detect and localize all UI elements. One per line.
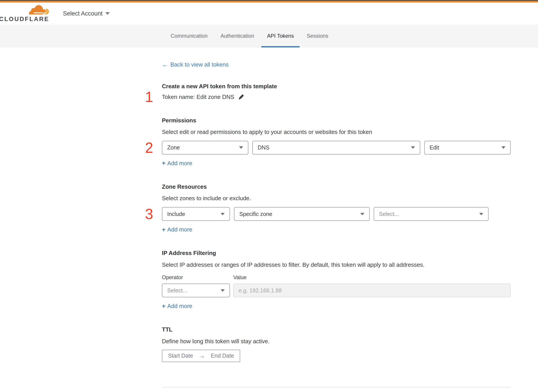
step-number-3: 3	[145, 207, 153, 221]
operator-label: Operator	[162, 274, 233, 280]
ip-filtering-heading: IP Address Filtering	[162, 249, 511, 257]
chevron-down-icon	[501, 146, 505, 149]
profile-tabbar: Communication Authentication API Tokens …	[0, 25, 538, 47]
zone-resources-add-more-link[interactable]: + Add more	[162, 226, 192, 233]
plus-icon: +	[162, 303, 165, 309]
chevron-down-icon	[221, 289, 225, 292]
ip-operator-dropdown[interactable]: Select...	[162, 284, 230, 297]
brand-orange-bar	[0, 1, 538, 2]
permission-level-dropdown[interactable]: Edit	[424, 141, 511, 154]
permissions-description: Select edit or read permissions to apply…	[162, 128, 511, 136]
step-number-2: 2	[145, 140, 153, 155]
permissions-row: 2 Zone DNS Edit	[162, 141, 511, 154]
header: CLOUDFLARE Select Account	[0, 2, 538, 25]
chevron-down-icon	[105, 12, 110, 15]
chevron-down-icon	[221, 213, 225, 215]
permissions-section: Permissions Select edit or read permissi…	[162, 117, 511, 167]
ip-filtering-row: Select...	[162, 284, 511, 297]
token-name-text: Token name: Edit zone DNS	[162, 93, 234, 100]
end-date-label: End Date	[211, 353, 234, 359]
ttl-heading: TTL	[162, 326, 511, 333]
permissions-heading: Permissions	[162, 117, 511, 124]
zone-resources-heading: Zone Resources	[162, 183, 511, 191]
ip-filtering-add-more-link[interactable]: + Add more	[162, 303, 192, 309]
create-token-heading: Create a new API token from this templat…	[162, 83, 511, 90]
tab-authentication[interactable]: Authentication	[220, 25, 254, 47]
zone-select-dropdown[interactable]: Select...	[374, 207, 489, 221]
zone-type-dropdown[interactable]: Specific zone	[234, 207, 370, 221]
token-name-row: 1 Token name: Edit zone DNS	[162, 93, 511, 100]
permission-scope-dropdown[interactable]: Zone	[162, 141, 248, 154]
ip-filtering-section: IP Address Filtering Select IP addresses…	[162, 249, 511, 309]
main-content: ← Back to view all tokens Create a new A…	[162, 47, 511, 392]
ip-value-input[interactable]	[233, 284, 511, 297]
back-link-label: Back to view all tokens	[170, 61, 229, 68]
chevron-down-icon	[479, 213, 483, 215]
chevron-down-icon	[411, 146, 415, 149]
account-selector[interactable]: Select Account	[63, 10, 110, 17]
zone-resources-row: 3 Include Specific zone Select...	[162, 207, 511, 221]
edit-pencil-icon[interactable]	[238, 93, 245, 100]
zone-resources-description: Select zones to include or exclude.	[162, 195, 511, 202]
step-number-1: 1	[145, 89, 153, 104]
ip-filtering-labels: Operator Value	[162, 274, 511, 280]
plus-icon: +	[162, 227, 165, 233]
tab-communication[interactable]: Communication	[171, 25, 208, 47]
permission-group-dropdown[interactable]: DNS	[252, 141, 420, 154]
permissions-add-more-link[interactable]: + Add more	[162, 160, 192, 167]
arrow-right-icon: →	[199, 352, 205, 359]
value-label: Value	[233, 274, 247, 280]
tab-sessions[interactable]: Sessions	[307, 25, 328, 47]
tab-api-tokens[interactable]: API Tokens	[267, 25, 294, 47]
plus-icon: +	[162, 160, 165, 166]
footer-divider	[162, 387, 511, 387]
chevron-down-icon	[239, 146, 243, 149]
back-arrow-icon: ←	[162, 62, 168, 68]
zone-resources-section: Zone Resources Select zones to include o…	[162, 183, 511, 233]
back-to-tokens-link[interactable]: ← Back to view all tokens	[162, 61, 229, 68]
account-selector-label: Select Account	[63, 10, 103, 17]
start-date-label: Start Date	[168, 353, 193, 359]
ttl-date-range-picker[interactable]: Start Date → End Date	[162, 350, 240, 362]
ip-filtering-description: Select IP addresses or ranges of IP addr…	[162, 261, 511, 269]
cloudflare-cloud-icon	[28, 5, 49, 15]
chevron-down-icon	[360, 213, 364, 215]
token-name-section: Create a new API token from this templat…	[162, 83, 511, 100]
zone-include-dropdown[interactable]: Include	[162, 207, 230, 221]
cloudflare-logo[interactable]: CLOUDFLARE	[7, 5, 49, 22]
ttl-description: Define how long this token will stay act…	[162, 338, 511, 345]
cloudflare-wordmark: CLOUDFLARE	[0, 16, 49, 22]
ttl-section: TTL Define how long this token will stay…	[162, 326, 511, 362]
